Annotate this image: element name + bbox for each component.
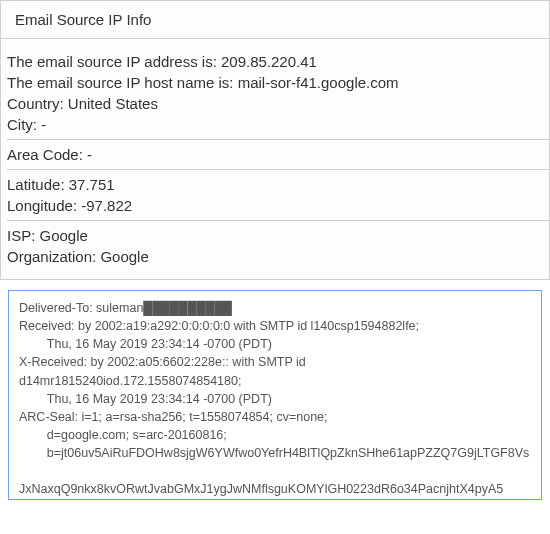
city-line: City: -: [7, 116, 549, 133]
longitude-line: Longitude: -97.822: [7, 197, 549, 214]
divider: [7, 220, 549, 221]
raw-header-container: [0, 280, 550, 503]
raw-email-header-textarea[interactable]: [8, 290, 542, 500]
isp-line: ISP: Google: [7, 227, 549, 244]
country-line: Country: United States: [7, 95, 549, 112]
organization-line: Organization: Google: [7, 248, 549, 265]
latitude-line: Latitude: 37.751: [7, 176, 549, 193]
area-code-line: Area Code: -: [7, 146, 549, 163]
hostname-line: The email source IP host name is: mail-s…: [7, 74, 549, 91]
divider: [7, 169, 549, 170]
panel-title: Email Source IP Info: [15, 11, 535, 28]
ip-address-line: The email source IP address is: 209.85.2…: [7, 53, 549, 70]
header-panel: Email Source IP Info: [0, 0, 550, 39]
divider: [7, 139, 549, 140]
ip-info-panel: The email source IP address is: 209.85.2…: [0, 39, 550, 280]
